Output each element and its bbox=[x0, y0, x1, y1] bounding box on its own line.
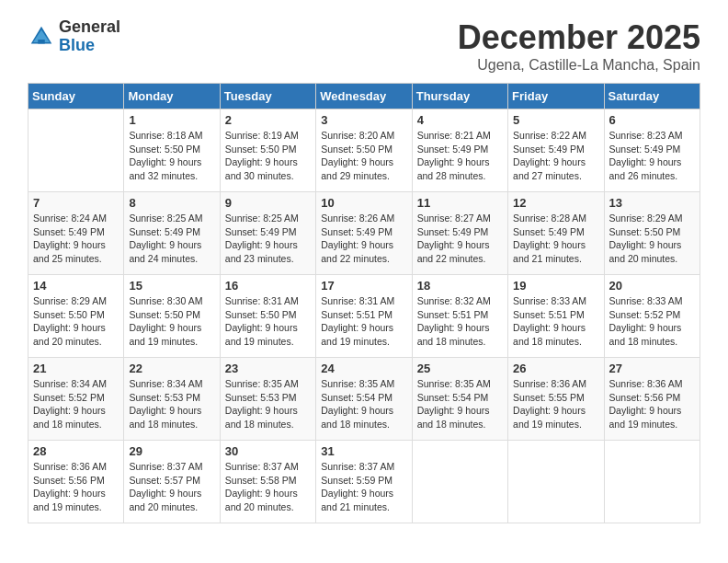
day-info: Sunrise: 8:33 AM Sunset: 5:51 PM Dayligh… bbox=[513, 294, 598, 349]
day-number: 18 bbox=[417, 279, 503, 293]
calendar-cell: 29Sunrise: 8:37 AM Sunset: 5:57 PM Dayli… bbox=[124, 441, 220, 523]
day-number: 23 bbox=[225, 362, 311, 375]
calendar-cell: 28Sunrise: 8:36 AM Sunset: 5:56 PM Dayli… bbox=[28, 441, 124, 523]
day-info: Sunrise: 8:35 AM Sunset: 5:54 PM Dayligh… bbox=[321, 377, 406, 431]
calendar-cell: 14Sunrise: 8:29 AM Sunset: 5:50 PM Dayli… bbox=[28, 275, 124, 358]
day-number: 12 bbox=[513, 196, 598, 210]
day-info: Sunrise: 8:22 AM Sunset: 5:49 PM Dayligh… bbox=[513, 129, 598, 183]
calendar-cell: 18Sunrise: 8:32 AM Sunset: 5:51 PM Dayli… bbox=[412, 275, 507, 358]
calendar-cell: 22Sunrise: 8:34 AM Sunset: 5:53 PM Dayli… bbox=[124, 358, 220, 441]
logo-general: General bbox=[59, 18, 120, 37]
day-info: Sunrise: 8:36 AM Sunset: 5:56 PM Dayligh… bbox=[609, 377, 695, 431]
day-number: 20 bbox=[609, 279, 695, 293]
calendar-cell: 24Sunrise: 8:35 AM Sunset: 5:54 PM Dayli… bbox=[316, 358, 412, 441]
day-number: 14 bbox=[33, 279, 119, 293]
day-info: Sunrise: 8:31 AM Sunset: 5:50 PM Dayligh… bbox=[225, 294, 311, 349]
day-info: Sunrise: 8:37 AM Sunset: 5:57 PM Dayligh… bbox=[129, 460, 214, 514]
calendar-cell: 23Sunrise: 8:35 AM Sunset: 5:53 PM Dayli… bbox=[220, 358, 315, 441]
day-number: 11 bbox=[417, 196, 503, 210]
column-header-monday: Monday bbox=[124, 84, 220, 109]
day-number: 4 bbox=[417, 113, 503, 127]
calendar-cell: 6Sunrise: 8:23 AM Sunset: 5:49 PM Daylig… bbox=[604, 109, 700, 192]
day-info: Sunrise: 8:29 AM Sunset: 5:50 PM Dayligh… bbox=[33, 294, 119, 349]
calendar-cell: 3Sunrise: 8:20 AM Sunset: 5:50 PM Daylig… bbox=[316, 109, 412, 192]
calendar-cell: 21Sunrise: 8:34 AM Sunset: 5:52 PM Dayli… bbox=[28, 358, 124, 441]
day-info: Sunrise: 8:36 AM Sunset: 5:56 PM Dayligh… bbox=[33, 460, 119, 514]
column-header-saturday: Saturday bbox=[604, 84, 700, 109]
calendar-cell: 13Sunrise: 8:29 AM Sunset: 5:50 PM Dayli… bbox=[604, 192, 700, 275]
calendar-cell bbox=[604, 441, 700, 523]
day-info: Sunrise: 8:34 AM Sunset: 5:52 PM Dayligh… bbox=[33, 377, 119, 431]
column-header-sunday: Sunday bbox=[28, 84, 124, 109]
calendar-cell: 17Sunrise: 8:31 AM Sunset: 5:51 PM Dayli… bbox=[316, 275, 412, 358]
calendar-header-row: SundayMondayTuesdayWednesdayThursdayFrid… bbox=[28, 84, 700, 109]
day-info: Sunrise: 8:37 AM Sunset: 5:58 PM Dayligh… bbox=[225, 460, 311, 514]
day-info: Sunrise: 8:34 AM Sunset: 5:53 PM Dayligh… bbox=[129, 377, 214, 431]
day-number: 6 bbox=[609, 113, 695, 127]
calendar-title: December 2025 bbox=[458, 18, 700, 57]
day-info: Sunrise: 8:24 AM Sunset: 5:49 PM Dayligh… bbox=[33, 212, 119, 266]
logo-blue: Blue bbox=[59, 37, 120, 55]
title-section: December 2025 Ugena, Castille-La Mancha,… bbox=[458, 18, 700, 74]
calendar-cell bbox=[508, 441, 604, 523]
calendar-cell: 26Sunrise: 8:36 AM Sunset: 5:55 PM Dayli… bbox=[508, 358, 604, 441]
svg-rect-2 bbox=[38, 40, 45, 44]
day-number: 10 bbox=[321, 196, 406, 210]
day-number: 31 bbox=[321, 444, 406, 458]
day-info: Sunrise: 8:35 AM Sunset: 5:53 PM Dayligh… bbox=[225, 377, 311, 431]
day-info: Sunrise: 8:26 AM Sunset: 5:49 PM Dayligh… bbox=[321, 212, 406, 266]
day-number: 25 bbox=[417, 362, 503, 375]
calendar-cell: 15Sunrise: 8:30 AM Sunset: 5:50 PM Dayli… bbox=[124, 275, 220, 358]
day-number: 1 bbox=[129, 113, 214, 127]
day-number: 16 bbox=[225, 279, 311, 293]
day-number: 24 bbox=[321, 362, 406, 375]
calendar-week-row: 1Sunrise: 8:18 AM Sunset: 5:50 PM Daylig… bbox=[28, 109, 700, 192]
day-number: 5 bbox=[513, 113, 598, 127]
day-number: 13 bbox=[609, 196, 695, 210]
day-info: Sunrise: 8:21 AM Sunset: 5:49 PM Dayligh… bbox=[417, 129, 503, 183]
day-info: Sunrise: 8:30 AM Sunset: 5:50 PM Dayligh… bbox=[129, 294, 214, 349]
calendar-cell: 30Sunrise: 8:37 AM Sunset: 5:58 PM Dayli… bbox=[220, 441, 315, 523]
day-info: Sunrise: 8:37 AM Sunset: 5:59 PM Dayligh… bbox=[321, 460, 406, 514]
day-info: Sunrise: 8:23 AM Sunset: 5:49 PM Dayligh… bbox=[609, 129, 695, 183]
calendar-week-row: 14Sunrise: 8:29 AM Sunset: 5:50 PM Dayli… bbox=[28, 275, 700, 358]
calendar-cell: 27Sunrise: 8:36 AM Sunset: 5:56 PM Dayli… bbox=[604, 358, 700, 441]
day-info: Sunrise: 8:25 AM Sunset: 5:49 PM Dayligh… bbox=[129, 212, 214, 266]
day-info: Sunrise: 8:25 AM Sunset: 5:49 PM Dayligh… bbox=[225, 212, 311, 266]
calendar-cell bbox=[28, 109, 124, 192]
day-info: Sunrise: 8:32 AM Sunset: 5:51 PM Dayligh… bbox=[417, 294, 503, 349]
calendar-cell: 5Sunrise: 8:22 AM Sunset: 5:49 PM Daylig… bbox=[508, 109, 604, 192]
day-number: 30 bbox=[225, 444, 311, 458]
day-info: Sunrise: 8:18 AM Sunset: 5:50 PM Dayligh… bbox=[129, 129, 214, 183]
calendar-cell: 1Sunrise: 8:18 AM Sunset: 5:50 PM Daylig… bbox=[124, 109, 220, 192]
header: General Blue December 2025 Ugena, Castil… bbox=[28, 18, 700, 75]
calendar-cell: 9Sunrise: 8:25 AM Sunset: 5:49 PM Daylig… bbox=[220, 192, 315, 275]
day-number: 19 bbox=[513, 279, 598, 293]
day-info: Sunrise: 8:31 AM Sunset: 5:51 PM Dayligh… bbox=[321, 294, 406, 349]
column-header-tuesday: Tuesday bbox=[220, 84, 315, 109]
calendar-cell: 19Sunrise: 8:33 AM Sunset: 5:51 PM Dayli… bbox=[508, 275, 604, 358]
day-number: 15 bbox=[129, 279, 214, 293]
day-info: Sunrise: 8:20 AM Sunset: 5:50 PM Dayligh… bbox=[321, 129, 406, 183]
day-number: 21 bbox=[33, 362, 119, 375]
logo: General Blue bbox=[28, 18, 120, 55]
calendar-cell: 8Sunrise: 8:25 AM Sunset: 5:49 PM Daylig… bbox=[124, 192, 220, 275]
calendar-week-row: 28Sunrise: 8:36 AM Sunset: 5:56 PM Dayli… bbox=[28, 441, 700, 523]
day-number: 9 bbox=[225, 196, 311, 210]
day-number: 2 bbox=[225, 113, 311, 127]
column-header-wednesday: Wednesday bbox=[316, 84, 412, 109]
calendar-subtitle: Ugena, Castille-La Mancha, Spain bbox=[458, 57, 700, 74]
calendar-cell bbox=[412, 441, 507, 523]
calendar-cell: 4Sunrise: 8:21 AM Sunset: 5:49 PM Daylig… bbox=[412, 109, 507, 192]
day-number: 3 bbox=[321, 113, 406, 127]
column-header-friday: Friday bbox=[508, 84, 604, 109]
calendar-cell: 16Sunrise: 8:31 AM Sunset: 5:50 PM Dayli… bbox=[220, 275, 315, 358]
calendar-cell: 11Sunrise: 8:27 AM Sunset: 5:49 PM Dayli… bbox=[412, 192, 507, 275]
calendar-cell: 20Sunrise: 8:33 AM Sunset: 5:52 PM Dayli… bbox=[604, 275, 700, 358]
logo-icon bbox=[28, 23, 55, 51]
calendar-cell: 12Sunrise: 8:28 AM Sunset: 5:49 PM Dayli… bbox=[508, 192, 604, 275]
day-number: 8 bbox=[129, 196, 214, 210]
day-info: Sunrise: 8:28 AM Sunset: 5:49 PM Dayligh… bbox=[513, 212, 598, 266]
calendar-week-row: 21Sunrise: 8:34 AM Sunset: 5:52 PM Dayli… bbox=[28, 358, 700, 441]
day-number: 29 bbox=[129, 444, 214, 458]
